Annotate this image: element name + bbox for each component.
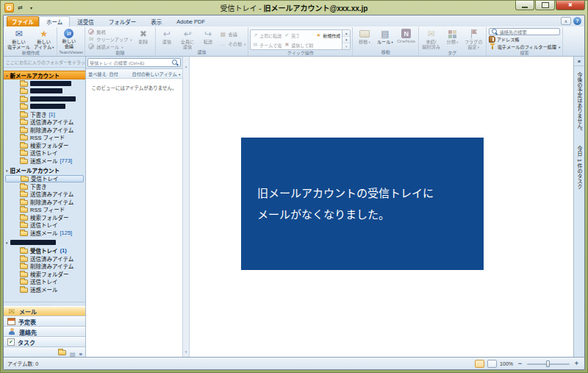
ribbon-button[interactable]: OneNote: [395, 28, 417, 49]
folder-item[interactable]: 迷惑メール[773]: [4, 157, 85, 165]
ribbon-group-label: タグ: [420, 50, 484, 57]
zoom-level[interactable]: 100%: [500, 361, 513, 366]
zoom-in-button[interactable]: [573, 360, 581, 367]
redacted-folder-name: [30, 88, 62, 93]
ribbon-button[interactable]: 未読/開封済み: [420, 28, 442, 50]
account-header[interactable]: 新メールアカウント: [4, 71, 85, 79]
folder-item[interactable]: 送信済みアイテム: [4, 118, 85, 127]
todo-tasks-text[interactable]: 今日: 1 件のタスク: [576, 146, 583, 189]
list-scrollbar[interactable]: [183, 57, 190, 357]
folder-item[interactable]: 下書き[1]: [4, 110, 85, 118]
gallery-down-icon[interactable]: [343, 37, 350, 43]
account-header[interactable]: 旧メールアカウント: [4, 166, 85, 175]
ribbon-button[interactable]: 分類: [442, 28, 462, 50]
folder-item[interactable]: RSS フィード: [4, 134, 85, 142]
nav-mail-button[interactable]: メール: [4, 306, 85, 316]
folder-item[interactable]: 検索フォルダー: [4, 213, 85, 221]
expand-todo-bar-icon[interactable]: [574, 57, 584, 66]
folder-item[interactable]: [4, 88, 85, 96]
account-header[interactable]: [4, 238, 85, 247]
ribbon-button[interactable]: 新しい電子メール: [6, 28, 32, 50]
folder-item[interactable]: 受信トレイ(1): [4, 247, 85, 255]
ribbon-button[interactable]: 返信: [157, 28, 177, 49]
folder-item[interactable]: 送信済みアイテム: [4, 191, 85, 199]
ribbon-button[interactable]: 電子メールのフィルター処理: [489, 43, 561, 50]
ribbon-button[interactable]: 転送: [198, 28, 218, 49]
outlook-app-icon[interactable]: [4, 3, 14, 13]
folder-item[interactable]: [4, 103, 85, 111]
scroll-up-icon[interactable]: [185, 57, 187, 71]
arrange-by-button[interactable]: 並べ替え: 日付: [88, 71, 118, 77]
ribbon-button[interactable]: アドレス帳: [489, 35, 561, 43]
ribbon-button[interactable]: その他: [220, 40, 246, 47]
quick-step-item[interactable]: チームで電子メール: [252, 40, 282, 49]
expand-triangle-icon[interactable]: [6, 239, 8, 246]
help-button[interactable]: [573, 17, 581, 25]
folder-item[interactable]: 送信済みアイテム: [4, 255, 85, 263]
maximize-button[interactable]: [535, 1, 555, 10]
nav-calendar-button[interactable]: 予定表: [4, 316, 85, 327]
ribbon-button[interactable]: 移動: [354, 28, 374, 49]
folder-item[interactable]: 削除済みアイテム: [4, 126, 85, 134]
shortcuts-icon[interactable]: [70, 346, 76, 358]
folder-item[interactable]: [4, 95, 85, 103]
close-button[interactable]: [556, 1, 585, 10]
folder-item[interactable]: 削除済みアイテム: [4, 198, 85, 206]
ribbon-button[interactable]: フラグの設定: [463, 28, 484, 50]
search-icon[interactable]: [171, 59, 179, 66]
folder-item[interactable]: RSS フィード: [4, 206, 85, 214]
zoom-slider-thumb[interactable]: [546, 360, 550, 367]
minimize-ribbon-button[interactable]: [561, 17, 571, 25]
meeting-icon: [64, 29, 74, 38]
reading-view-button[interactable]: [487, 360, 497, 368]
folder-item[interactable]: 下書き: [4, 182, 85, 191]
tab-folder[interactable]: フォルダー: [101, 16, 144, 26]
ribbon-button[interactable]: 削除: [134, 28, 154, 50]
ribbon-button[interactable]: 無視: [87, 28, 132, 35]
scroll-down-icon[interactable]: [185, 343, 187, 356]
normal-view-button[interactable]: [475, 360, 484, 368]
tab-adobe-pdf[interactable]: Adobe PDF: [169, 16, 212, 26]
folder-item[interactable]: 受信トレイ: [5, 175, 84, 183]
quick-step-item[interactable]: 新規作成: [315, 31, 340, 40]
ribbon-button[interactable]: 新しいアイテム: [32, 28, 55, 50]
minimize-button[interactable]: [515, 1, 534, 10]
zoom-slider[interactable]: [527, 360, 570, 367]
quick-step-item[interactable]: 返信して削除: [284, 40, 313, 49]
ribbon-button[interactable]: 会議: [220, 30, 246, 38]
nav-contacts-button[interactable]: 連絡先: [4, 327, 85, 337]
folder-item[interactable]: 検索フォルダー: [4, 270, 85, 278]
file-tab[interactable]: ファイル: [7, 16, 39, 26]
tab-home[interactable]: ホーム: [39, 16, 70, 26]
folder-item[interactable]: 迷惑メール[125]: [4, 229, 85, 237]
folder-item[interactable]: 検索フォルダー: [4, 141, 85, 149]
expand-triangle-icon[interactable]: [6, 72, 8, 79]
gallery-more-icon[interactable]: [343, 43, 350, 49]
expand-triangle-icon[interactable]: [6, 167, 8, 174]
find-contact-input[interactable]: 連絡先の検索: [489, 28, 561, 35]
ribbon-button[interactable]: ルール: [375, 28, 395, 49]
ribbon-button[interactable]: 迷惑メール: [87, 43, 132, 50]
nav-options-icon[interactable]: [79, 346, 82, 358]
folder-item[interactable]: 送信トレイ: [4, 149, 85, 157]
zoom-out-button[interactable]: [516, 360, 524, 367]
quick-step-item[interactable]: 上司に転送: [252, 31, 282, 40]
ribbon-button[interactable]: 新しい会議: [59, 28, 79, 49]
folder-list-icon[interactable]: [58, 350, 66, 355]
gallery-up-icon[interactable]: [343, 30, 350, 37]
todo-appointments-text[interactable]: 今後の予定はありません。: [576, 72, 583, 134]
folder-item[interactable]: 削除済みアイテム: [4, 263, 85, 271]
send-receive-icon[interactable]: [15, 4, 25, 13]
tab-view[interactable]: 表示: [143, 16, 169, 26]
tab-send-receive[interactable]: 送受信: [70, 16, 101, 26]
qat-dropdown-icon[interactable]: [26, 4, 36, 13]
ribbon-button[interactable]: 全員に返信: [178, 28, 198, 49]
folder-item[interactable]: 送信トレイ: [4, 278, 85, 286]
ribbon-button[interactable]: クリーンアップ: [87, 35, 132, 43]
folder-item[interactable]: 送信トレイ: [4, 221, 85, 230]
folder-item[interactable]: [4, 79, 85, 88]
folder-item[interactable]: 迷惑メール: [4, 285, 85, 294]
sort-order-button[interactable]: 日付の新しいアイテム: [132, 71, 180, 77]
search-input[interactable]: 受信トレイ の検索 (Ctrl+E): [87, 58, 181, 67]
quick-step-item[interactable]: 完了: [284, 31, 313, 40]
